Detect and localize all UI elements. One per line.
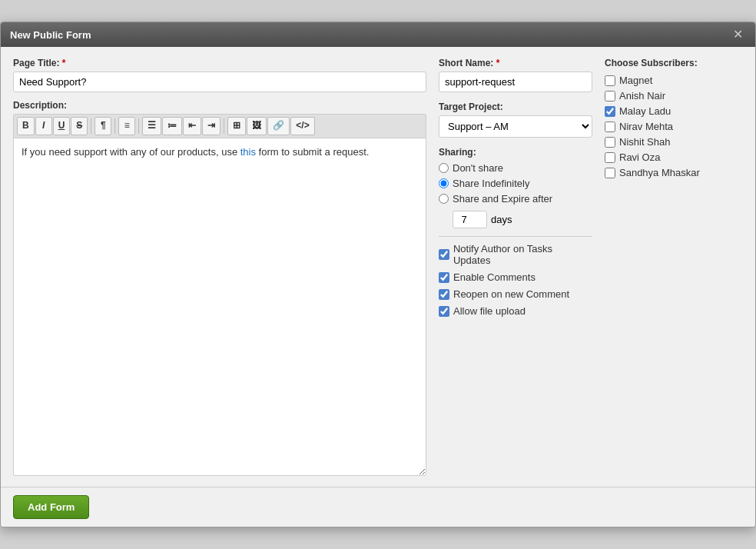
allow-file-upload-checkbox[interactable] [439,306,449,317]
short-name-label: Short Name: * [439,58,592,68]
allow-file-upload-label: Allow file upload [453,305,526,317]
subscriber-sandhya-mhaskar-name: Sandhya Mhaskar [619,167,700,178]
subscriber-malay-ladu-name: Malay Ladu [619,105,671,117]
sharing-expire-radio[interactable] [439,194,449,204]
link-button[interactable]: 🔗 [267,117,290,135]
subscriber-nishit-shah-name: Nishit Shah [619,136,670,148]
subscriber-malay-ladu[interactable]: Malay Ladu [605,105,743,117]
dialog-footer: Add Form [1,487,755,527]
subscriber-malay-ladu-checkbox[interactable] [605,106,615,117]
number-list-button[interactable]: ≔ [162,117,182,135]
bold-button[interactable]: B [17,117,35,135]
reopen-comment-checkbox-item[interactable]: Reopen on new Comment [439,288,592,300]
this-link[interactable]: this [240,146,256,158]
options-checkboxes: Notify Author on Tasks Updates Enable Co… [439,243,592,317]
sharing-indefinitely[interactable]: Share Indefinitely [439,178,592,189]
notify-author-checkbox[interactable] [439,249,449,260]
middle-panel: Short Name: * Target Project: Support – … [439,58,592,476]
target-project-select[interactable]: Support – AM Support – PM Development [439,115,592,138]
sharing-radio-group: Don't share Share Indefinitely Share and… [439,162,592,205]
subscriber-ravi-oza[interactable]: Ravi Oza [605,151,743,163]
align-left-button[interactable]: ≡ [118,117,135,135]
new-public-form-dialog: New Public Form ✕ Page Title: * Descript… [0,22,756,527]
short-name-input[interactable] [439,72,592,92]
italic-button[interactable]: I [35,117,52,135]
allow-file-upload-checkbox-item[interactable]: Allow file upload [439,305,592,317]
subscriber-anish-nair-name: Anish Nair [619,90,665,101]
notify-author-label: Notify Author on Tasks Updates [453,243,592,266]
right-panel: Choose Subscribers: Magnet Anish Nair Ma… [605,58,743,476]
indent-more-button[interactable]: ⇥ [202,117,220,135]
strikethrough-button[interactable]: S [71,117,88,135]
toolbar-sep-2 [114,118,115,134]
subscribers-label: Choose Subscribers: [605,58,743,68]
editor-content: If you need support with any of our prod… [22,146,369,158]
subscriber-nirav-mehta[interactable]: Nirav Mehta [605,121,743,132]
toolbar-sep-1 [91,118,91,134]
toolbar-sep-3 [138,118,139,134]
dialog-header: New Public Form ✕ [1,22,755,47]
enable-comments-checkbox[interactable] [439,272,449,283]
close-button[interactable]: ✕ [730,28,746,41]
subscriber-nishit-shah[interactable]: Nishit Shah [605,136,743,148]
subscriber-magnet-name: Magnet [619,75,652,86]
sharing-dont-share[interactable]: Don't share [439,162,592,174]
subscriber-magnet[interactable]: Magnet [605,75,743,86]
subscriber-nirav-mehta-checkbox[interactable] [605,121,615,132]
toolbar-sep-4 [224,118,224,134]
subscriber-ravi-oza-name: Ravi Oza [619,151,660,163]
subscriber-magnet-checkbox[interactable] [605,75,615,86]
subscribers-list: Magnet Anish Nair Malay Ladu Nirav Mehta… [605,75,743,178]
expire-row: days [453,211,592,228]
image-button[interactable]: 🖼 [247,117,267,135]
code-button[interactable]: </> [290,117,314,135]
target-project-label: Target Project: [439,101,592,112]
sharing-label: Sharing: [439,147,592,158]
sharing-none-radio[interactable] [439,163,449,173]
sharing-expire[interactable]: Share and Expire after [439,193,592,205]
page-title-input[interactable] [13,72,426,92]
paragraph-button[interactable]: ¶ [94,117,111,135]
subscriber-anish-nair-checkbox[interactable] [605,91,615,101]
underline-button[interactable]: U [53,117,71,135]
description-editor[interactable]: If you need support with any of our prod… [13,138,426,476]
description-label: Description: [13,100,426,111]
editor-toolbar: B I U S ¶ ≡ ☰ ≔ ⇤ ⇥ ⊞ 🖼 🔗 </> [13,114,426,138]
reopen-comment-checkbox[interactable] [439,289,449,300]
subscriber-nishit-shah-checkbox[interactable] [605,137,615,148]
expire-days-label: days [491,214,512,225]
subscriber-sandhya-mhaskar[interactable]: Sandhya Mhaskar [605,167,743,178]
subscriber-sandhya-mhaskar-checkbox[interactable] [605,168,615,178]
dialog-body: Page Title: * Description: B I U S ¶ ≡ ☰… [1,47,755,487]
table-button[interactable]: ⊞ [227,117,246,135]
indent-less-button[interactable]: ⇤ [183,117,201,135]
sharing-indefinitely-radio[interactable] [439,178,449,188]
add-form-button[interactable]: Add Form [13,495,89,519]
notify-author-checkbox-item[interactable]: Notify Author on Tasks Updates [439,243,592,266]
page-title-label: Page Title: * [13,58,426,68]
enable-comments-label: Enable Comments [453,271,536,283]
subscriber-anish-nair[interactable]: Anish Nair [605,90,743,101]
left-panel: Page Title: * Description: B I U S ¶ ≡ ☰… [13,58,426,476]
expire-days-input[interactable] [453,211,487,228]
reopen-comment-label: Reopen on new Comment [453,288,569,300]
subscriber-ravi-oza-checkbox[interactable] [605,152,615,163]
enable-comments-checkbox-item[interactable]: Enable Comments [439,271,592,283]
divider [439,236,592,237]
subscriber-nirav-mehta-name: Nirav Mehta [619,121,673,132]
dialog-title: New Public Form [10,29,91,41]
bullet-list-button[interactable]: ☰ [142,117,161,135]
